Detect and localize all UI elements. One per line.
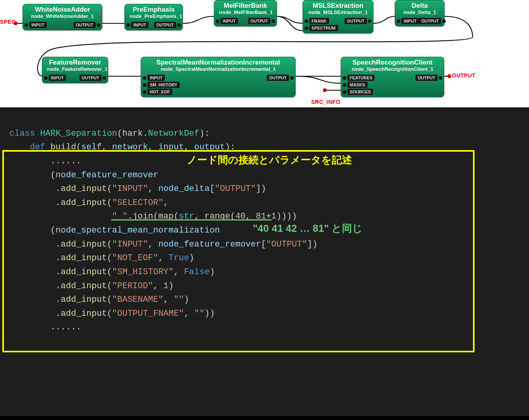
port-features[interactable]: FEATURES	[343, 75, 375, 81]
node-sub: node_SpeechRecognitionClient_1	[346, 66, 439, 72]
node-title: Delta	[400, 2, 440, 10]
port-input[interactable]: INPUT	[25, 22, 47, 28]
port-input[interactable]: INPUT	[44, 75, 66, 81]
port-output[interactable]: OUTPUT	[79, 75, 106, 81]
node-title: FeatureRemover	[47, 59, 103, 66]
port-output[interactable]: OUTPUT	[74, 22, 100, 28]
port-noteof[interactable]: NOT_EOF	[143, 89, 172, 95]
node-speechrecogclient[interactable]: SpeechRecognitionClientnode_SpeechRecogn…	[341, 57, 444, 97]
port-smhistory[interactable]: SM_HISTORY	[143, 82, 180, 88]
port-input[interactable]: INPUT	[397, 18, 419, 24]
svg-point-2	[447, 74, 451, 78]
port-input[interactable]: INPUT	[216, 18, 238, 24]
port-output[interactable]: OUTPUT	[419, 18, 446, 24]
node-graph-diagram: SPEC SRC_INFO OUTPUT WhiteNoiseAddernode…	[0, 0, 529, 107]
port-output[interactable]: OUTPUT	[267, 75, 294, 81]
node-title: WhiteNoiseAdder	[28, 6, 97, 14]
node-sub: node_MelFilterBank_1	[219, 10, 272, 16]
node-sub: node_WhiteNoiseAdder_1	[28, 14, 97, 19]
code-ellipsis: ......	[9, 322, 81, 332]
node-sub: node_Delta_1	[400, 10, 440, 16]
node-title: MelFilterBank	[219, 2, 272, 10]
node-melfilterbank[interactable]: MelFilterBanknode_MelFilterBank_1 INPUT …	[214, 0, 277, 26]
node-delta[interactable]: Deltanode_Delta_1 INPUT OUTPUT	[395, 0, 445, 26]
highlight-box	[2, 150, 475, 352]
ext-label-output: OUTPUT	[452, 72, 476, 79]
port-sources[interactable]: SOURCES	[343, 89, 373, 95]
node-title: PreEmphasis	[130, 6, 178, 14]
node-preemphasis[interactable]: PreEmphasisnode_PreEmphasis_1 INPUT OUTP…	[124, 4, 183, 30]
code-cls: HARK_Separation	[40, 129, 117, 138]
ext-label-srcinfo: SRC_INFO	[311, 99, 340, 105]
node-smn[interactable]: SpectralMeanNormalizationIncrementalnode…	[141, 57, 296, 97]
port-output[interactable]: OUTPUT	[248, 18, 275, 24]
green-underline	[111, 219, 272, 220]
port-input[interactable]: INPUT	[143, 75, 165, 81]
node-featureremover[interactable]: FeatureRemovernode_FeatureRemover_1 INPU…	[42, 57, 108, 83]
node-sub: node_SpectralMeanNormalizationIncrementa…	[146, 66, 291, 72]
node-mslsextraction[interactable]: MSLSExtractionnode_MSLSExtraction_1 FBAN…	[303, 0, 373, 33]
port-fbank[interactable]: FBANK	[305, 18, 329, 24]
node-title: MSLSExtraction	[308, 2, 368, 10]
node-title: SpectralMeanNormalizationIncremental	[146, 59, 291, 66]
code-editor: class HARK_Separation(hark.NetworkDef): …	[0, 107, 529, 416]
annotation-jp-same: "40 41 42 … 81" と同じ	[253, 220, 363, 236]
code-kw: class	[9, 129, 40, 138]
node-sub: node_FeatureRemover_1	[47, 66, 103, 72]
port-output[interactable]: OUTPUT	[345, 18, 371, 24]
port-spectrum[interactable]: SPECTRUM	[305, 25, 338, 31]
node-whitenoiseadder[interactable]: WhiteNoiseAddernode_WhiteNoiseAdder_1 IN…	[23, 4, 102, 30]
port-masks[interactable]: MASKS	[343, 82, 368, 88]
code-ellipsis: ......	[9, 156, 81, 166]
node-title: SpeechRecognitionClient	[346, 59, 439, 66]
node-sub: node_PreEmphasis_1	[130, 14, 178, 19]
svg-point-1	[323, 88, 327, 92]
ext-label-spec: SPEC	[0, 19, 16, 25]
port-output[interactable]: OUTPUT	[154, 22, 181, 28]
port-output[interactable]: OUTPUT	[415, 75, 442, 81]
node-sub: node_MSLSExtraction_1	[308, 10, 368, 16]
port-input[interactable]: INPUT	[126, 22, 149, 28]
annotation-jp-top: ノード間の接続とパラメータを記述	[187, 152, 352, 168]
